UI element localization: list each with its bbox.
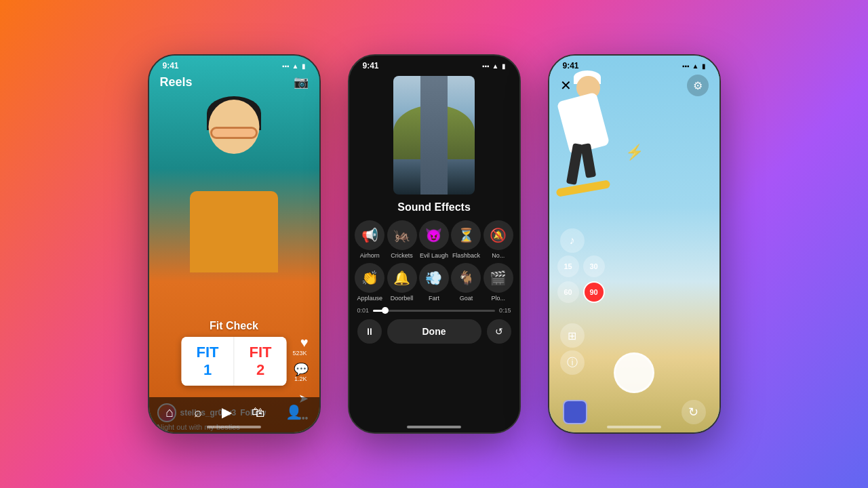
timer-15[interactable]: 15 xyxy=(557,256,579,277)
camera-screen: 9:41 ▪▪▪ ▲ ▮ ✕ ⚙ ⚡ ♪ 15 30 xyxy=(549,56,719,432)
effects-grid-row2: 👏 Applause 🔔 Doorbell 💨 Fart 🐐 Goat 🎬 Pl… xyxy=(355,263,514,302)
wifi-icon: ▲ xyxy=(292,62,299,70)
replay-button[interactable]: ↺ xyxy=(487,319,511,344)
phone-reels: 9:41 ▪▪▪ ▲ ▮ Reels 📷 ♥ 523K 💬 1.2K ➤ •••… xyxy=(148,54,321,434)
status-time-3: 9:41 xyxy=(563,61,579,70)
status-bar-3: 9:41 ▪▪▪ ▲ ▮ xyxy=(549,56,719,73)
crickets-label: Crickets xyxy=(391,252,413,259)
signal-icon: ▪▪▪ xyxy=(282,62,290,70)
fit-check-label: Fit Check xyxy=(210,320,258,332)
goat-label: Goat xyxy=(460,295,473,302)
effect-plot[interactable]: 🎬 Plo... xyxy=(483,263,513,302)
done-button[interactable]: Done xyxy=(387,319,481,344)
timer-30[interactable]: 30 xyxy=(583,256,605,277)
doorbell-label: Doorbell xyxy=(391,295,414,302)
fart-label: Fart xyxy=(429,295,439,302)
home-indicator-3 xyxy=(607,426,661,428)
sound-effects-screen: 9:41 ▪▪▪ ▲ ▮ Sound Effects 📢 Airhorn 🦗 C… xyxy=(349,76,519,434)
applause-label: Applause xyxy=(357,295,382,302)
pause-button[interactable]: ⏸ xyxy=(357,319,382,344)
color-swatch[interactable] xyxy=(563,400,587,424)
sound-effects-title: Sound Effects xyxy=(349,201,519,214)
music-icon[interactable]: ♪ xyxy=(560,228,585,253)
plot-icon: 🎬 xyxy=(484,263,513,293)
nav-home-icon[interactable]: ⌂ xyxy=(165,405,174,420)
nav-profile-icon[interactable]: 👤 xyxy=(285,404,302,420)
home-indicator xyxy=(207,426,261,428)
effect-doorbell[interactable]: 🔔 Doorbell xyxy=(387,263,417,302)
grid-icon[interactable]: ⊞ xyxy=(560,323,585,348)
camera-top-controls: ✕ ⚙ xyxy=(549,75,719,96)
camera-icon[interactable]: 📷 xyxy=(294,75,309,89)
effect-airhorn[interactable]: 📢 Airhorn xyxy=(355,220,385,259)
reels-title: Reels xyxy=(160,75,193,89)
timer-90-active[interactable]: 90 xyxy=(583,281,605,303)
status-time-2: 9:41 xyxy=(363,61,379,70)
video-preview xyxy=(393,76,475,195)
fit1-button[interactable]: FIT 1 xyxy=(182,337,235,386)
info-icon[interactable]: ⓘ xyxy=(560,350,585,375)
effect-fart[interactable]: 💨 Fart xyxy=(418,263,449,302)
effects-grid-row1: 📢 Airhorn 🦗 Crickets 😈 Evil Laugh ⏳ Flas… xyxy=(355,220,514,259)
timeline-dot xyxy=(382,307,389,314)
airhorn-icon: 📢 xyxy=(355,220,384,250)
comment-icon[interactable]: 💬 xyxy=(294,362,309,377)
video-road xyxy=(420,76,448,195)
nav-reels-icon[interactable]: ▶ xyxy=(222,404,232,420)
reels-header: Reels 📷 xyxy=(149,75,319,89)
crickets-icon: 🦗 xyxy=(387,220,417,250)
timer-row-1: 15 30 xyxy=(557,256,605,277)
nav-shop-icon[interactable]: 🛍 xyxy=(252,405,265,420)
person-shirt xyxy=(190,191,278,272)
battery-icon-3: ▮ xyxy=(702,62,706,70)
flash-icon[interactable]: ⚡ xyxy=(625,144,644,161)
timeline-bar[interactable] xyxy=(373,310,495,312)
nav-search-icon[interactable]: ⌕ xyxy=(194,405,202,420)
effect-goat[interactable]: 🐐 Goat xyxy=(451,263,481,302)
time-end: 0:15 xyxy=(499,307,511,314)
signal-icon-2: ▪▪▪ xyxy=(482,62,490,70)
effect-flashback[interactable]: ⏳ Flashback xyxy=(451,220,481,259)
skateboard xyxy=(555,180,610,197)
timer-60[interactable]: 60 xyxy=(557,281,579,303)
applause-icon: 👏 xyxy=(355,263,384,293)
signal-icon-3: ▪▪▪ xyxy=(682,62,690,70)
wifi-icon-3: ▲ xyxy=(692,62,699,70)
evil-laugh-label: Evil Laugh xyxy=(420,252,448,259)
settings-button[interactable]: ⚙ xyxy=(687,75,709,96)
no-icon: 🔕 xyxy=(484,220,513,250)
right-controls: ♪ xyxy=(560,228,585,253)
home-indicator-2 xyxy=(407,426,461,428)
fit-buttons-container: FIT 1 FIT 2 xyxy=(182,337,287,386)
goat-icon: 🐐 xyxy=(451,263,481,293)
no-label: No... xyxy=(492,252,505,259)
skater-legs xyxy=(566,143,583,185)
effect-applause[interactable]: 👏 Applause xyxy=(355,263,385,302)
time-start: 0:01 xyxy=(357,307,370,314)
phone-camera: 9:41 ▪▪▪ ▲ ▮ ✕ ⚙ ⚡ ♪ 15 30 xyxy=(548,54,721,434)
status-bar: 9:41 ▪▪▪ ▲ ▮ xyxy=(149,56,319,73)
heart-icon[interactable]: ♥ xyxy=(300,335,309,350)
status-icons-2: ▪▪▪ ▲ ▮ xyxy=(482,62,506,70)
status-bar-2: 9:41 ▪▪▪ ▲ ▮ xyxy=(349,56,519,73)
phone-sound-effects: 9:41 ▪▪▪ ▲ ▮ Sound Effects 📢 Airhorn 🦗 C… xyxy=(348,54,521,434)
timer-options: 15 30 60 90 xyxy=(557,256,605,303)
status-icons: ▪▪▪ ▲ ▮ xyxy=(282,62,306,70)
shutter-button[interactable] xyxy=(614,352,654,393)
fart-icon: 💨 xyxy=(419,263,449,293)
fit2-button[interactable]: FIT 2 xyxy=(235,337,287,386)
flip-camera-button[interactable]: ↻ xyxy=(682,400,706,424)
doorbell-icon: 🔔 xyxy=(387,263,417,293)
timer-row-2: 60 90 xyxy=(557,281,605,303)
effect-crickets[interactable]: 🦗 Crickets xyxy=(387,220,417,259)
status-time: 9:41 xyxy=(163,61,179,70)
wifi-icon-2: ▲ xyxy=(492,62,499,70)
person-glasses xyxy=(210,127,258,139)
effect-evil-laugh[interactable]: 😈 Evil Laugh xyxy=(418,220,449,259)
flashback-label: Flashback xyxy=(452,252,480,259)
timeline: 0:01 0:15 xyxy=(357,307,511,314)
close-button[interactable]: ✕ xyxy=(560,77,572,94)
likes-count: 523K xyxy=(292,350,307,357)
effect-no[interactable]: 🔕 No... xyxy=(483,220,513,259)
status-icons-3: ▪▪▪ ▲ ▮ xyxy=(682,62,706,70)
